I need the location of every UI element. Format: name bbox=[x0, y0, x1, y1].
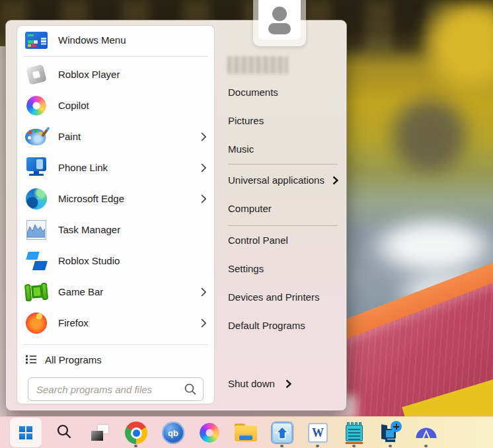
game-bar-icon bbox=[25, 281, 48, 303]
roblox-studio-icon bbox=[25, 250, 48, 272]
avatar-card bbox=[258, 0, 301, 40]
running-indicator bbox=[389, 445, 392, 447]
chevron-right-icon bbox=[201, 132, 206, 141]
start-button[interactable] bbox=[13, 420, 39, 446]
divider bbox=[24, 56, 208, 57]
paint-palette-icon bbox=[25, 126, 48, 148]
shutdown-button[interactable]: Shut down bbox=[228, 378, 291, 389]
app-label: Roblox Studio bbox=[58, 255, 206, 266]
edge-icon bbox=[25, 188, 48, 210]
start-menu-item-copilot[interactable]: Copilot bbox=[17, 90, 214, 121]
copilot-swirl-icon bbox=[200, 423, 219, 443]
roblox-player-icon bbox=[25, 63, 48, 86]
taskbar-quickbooks-button[interactable]: qb bbox=[160, 420, 186, 446]
search-icon bbox=[56, 424, 72, 442]
taskbar-chrome-button[interactable] bbox=[123, 420, 149, 446]
desktop: Windows Menu Roblox Player Copilot bbox=[0, 0, 493, 448]
taskbar-file-explorer-button[interactable] bbox=[233, 420, 259, 446]
start-menu-item-game-bar[interactable]: Game Bar bbox=[17, 276, 214, 307]
shutdown-label: Shut down bbox=[228, 378, 275, 389]
app-label: Roblox Player bbox=[58, 69, 206, 80]
nord-mountain-icon bbox=[414, 425, 438, 441]
word-badge-text: W bbox=[312, 427, 324, 439]
menu-item-computer[interactable]: Computer bbox=[228, 203, 272, 214]
notepad-icon bbox=[346, 422, 363, 444]
start-menu-item-task-manager[interactable]: Task Manager bbox=[17, 214, 214, 245]
windows-start-screen-icon bbox=[25, 29, 48, 52]
all-programs-button[interactable]: All Programs bbox=[17, 348, 214, 371]
running-indicator bbox=[424, 445, 428, 447]
windows-logo-icon bbox=[19, 426, 32, 439]
divider bbox=[228, 225, 338, 226]
wallpaper-gold-foliage bbox=[416, 0, 493, 99]
menu-item-devices-and-printers[interactable]: Devices and Printers bbox=[228, 291, 319, 303]
taskbar-search-button[interactable] bbox=[51, 420, 77, 446]
taskbar-window-stack-button[interactable] bbox=[87, 420, 113, 446]
menu-item-pictures[interactable]: Pictures bbox=[228, 115, 264, 126]
qb-badge-text: qb bbox=[168, 428, 178, 438]
all-programs-label: All Programs bbox=[45, 354, 206, 365]
overlapping-squares-icon bbox=[91, 425, 108, 441]
app-label: Game Bar bbox=[58, 286, 201, 297]
running-indicator bbox=[280, 445, 284, 447]
user-avatar[interactable] bbox=[253, 0, 306, 46]
chevron-right-icon bbox=[201, 163, 206, 172]
chevron-right-icon bbox=[201, 318, 206, 328]
chevron-right-icon bbox=[201, 287, 206, 297]
program-list-icon bbox=[25, 354, 37, 365]
taskbar: qb W bbox=[0, 416, 493, 448]
person-add-icon bbox=[379, 421, 402, 445]
taskbar-notepad-button[interactable] bbox=[341, 420, 367, 446]
divider bbox=[228, 164, 338, 165]
running-indicator bbox=[316, 445, 319, 447]
app-label: Microsoft Edge bbox=[58, 193, 201, 204]
firefox-icon bbox=[25, 312, 48, 334]
running-indicator bbox=[352, 445, 356, 447]
app-label: Copilot bbox=[58, 100, 206, 111]
menu-item-documents[interactable]: Documents bbox=[228, 87, 278, 98]
menu-item-label: Universal applications bbox=[228, 174, 324, 186]
chevron-right-icon bbox=[285, 379, 291, 389]
taskbar-up-arrow-app-button[interactable] bbox=[269, 420, 295, 446]
start-menu-item-roblox-studio[interactable]: Roblox Studio bbox=[17, 245, 214, 276]
menu-item-music[interactable]: Music bbox=[228, 143, 254, 155]
start-menu-app-list: Windows Menu Roblox Player Copilot bbox=[17, 25, 215, 404]
start-menu-item-phone-link[interactable]: Phone Link bbox=[17, 152, 214, 183]
word-w-icon: W bbox=[308, 423, 328, 443]
menu-item-settings[interactable]: Settings bbox=[228, 263, 264, 274]
start-menu-item-roblox-player[interactable]: Roblox Player bbox=[17, 59, 214, 90]
taskbar-user-add-button[interactable] bbox=[377, 420, 404, 446]
chrome-icon bbox=[125, 422, 147, 444]
menu-item-default-programs[interactable]: Default Programs bbox=[228, 320, 305, 331]
menu-item-control-panel[interactable]: Control Panel bbox=[228, 235, 288, 246]
start-menu-item-firefox[interactable]: Firefox bbox=[17, 307, 214, 338]
app-label: Task Manager bbox=[58, 224, 206, 235]
menu-item-universal-applications[interactable]: Universal applications bbox=[228, 174, 338, 186]
search-input[interactable] bbox=[28, 377, 204, 401]
person-silhouette-icon bbox=[268, 23, 291, 34]
wallpaper-tree-reflection bbox=[383, 89, 476, 182]
app-label: Paint bbox=[58, 131, 201, 142]
phone-link-icon bbox=[25, 157, 48, 179]
up-arrow-icon bbox=[272, 422, 293, 443]
app-label: Firefox bbox=[58, 317, 201, 328]
chevron-right-icon bbox=[201, 194, 206, 204]
app-label: Phone Link bbox=[58, 162, 201, 173]
qb-circle-icon: qb bbox=[162, 422, 184, 444]
start-menu-item-microsoft-edge[interactable]: Microsoft Edge bbox=[17, 183, 214, 214]
task-manager-icon bbox=[25, 219, 48, 241]
magnifier-icon bbox=[184, 383, 197, 398]
taskbar-copilot-button[interactable] bbox=[196, 420, 223, 446]
username-redacted bbox=[228, 56, 287, 74]
folder-icon bbox=[235, 424, 257, 442]
chevron-right-icon bbox=[332, 176, 338, 185]
divider bbox=[24, 344, 208, 345]
start-menu-item-windows-menu[interactable]: Windows Menu bbox=[17, 26, 214, 54]
copilot-icon bbox=[25, 94, 48, 117]
running-indicator bbox=[134, 445, 137, 447]
start-menu-item-paint[interactable]: Paint bbox=[17, 121, 214, 152]
taskbar-nordvpn-button[interactable] bbox=[413, 420, 439, 446]
taskbar-word-button[interactable]: W bbox=[305, 420, 331, 446]
person-silhouette-icon bbox=[272, 7, 287, 21]
app-label: Windows Menu bbox=[58, 34, 206, 46]
